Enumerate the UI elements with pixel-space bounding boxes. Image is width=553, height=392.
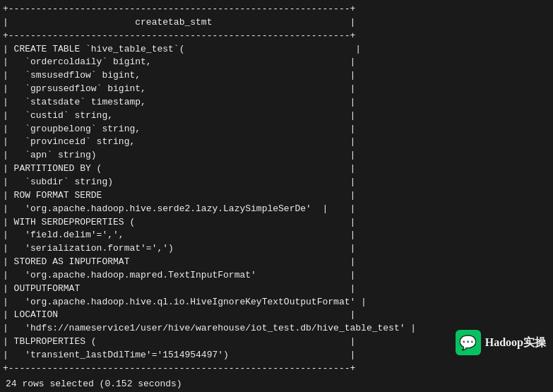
wechat-symbol: 💬 — [459, 334, 477, 352]
status-text: 24 rows selected (0.152 seconds) — [6, 379, 182, 389]
watermark-text: Hadoop实操 — [485, 335, 546, 350]
terminal: +---------------------------------------… — [0, 0, 553, 392]
code-output: +---------------------------------------… — [0, 3, 553, 375]
watermark: 💬 Hadoop实操 — [456, 330, 546, 355]
code-area: +---------------------------------------… — [0, 0, 553, 375]
status-bar: 24 rows selected (0.152 seconds) — [0, 375, 553, 392]
wechat-icon: 💬 — [456, 330, 481, 355]
